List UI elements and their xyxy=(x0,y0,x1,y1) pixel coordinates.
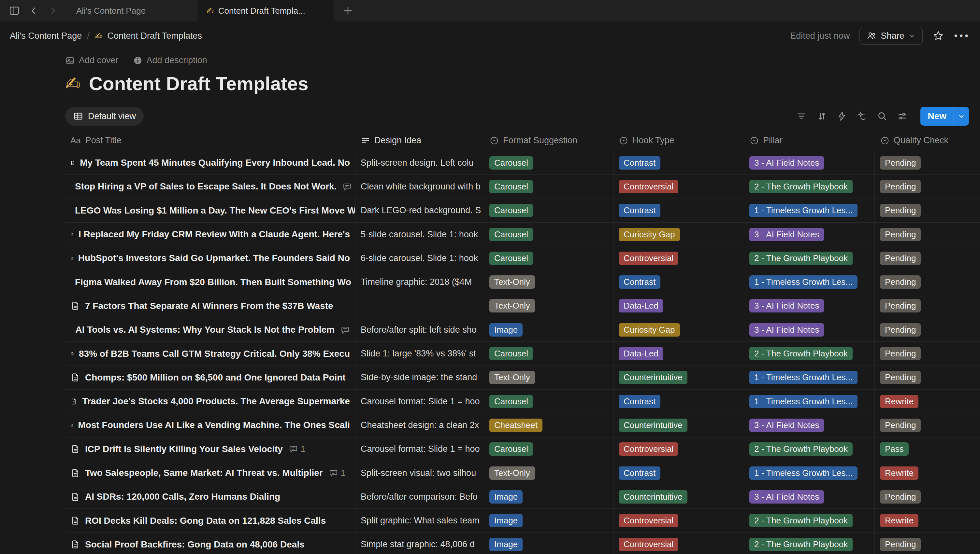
tab-content-draft-templates[interactable]: ✍ Content Draft Templa... xyxy=(197,0,334,21)
cell-design-idea[interactable]: Before/after comparison: Befo xyxy=(356,485,484,508)
table-row[interactable]: Figma Walked Away From $20 Billion. Then… xyxy=(65,270,980,294)
cell-format-suggestion[interactable]: Carousel xyxy=(484,390,613,413)
cell-quality-check[interactable]: Pending xyxy=(875,247,980,270)
back-icon[interactable] xyxy=(29,6,39,16)
column-header-hook-type[interactable]: Hook Type xyxy=(613,135,744,145)
hook-tag[interactable]: Data-Led xyxy=(619,299,663,312)
cell-pillar[interactable]: 3 - AI Field Notes xyxy=(744,294,875,318)
cell-post-title[interactable]: Most Founders Use AI Like a Vending Mach… xyxy=(65,413,356,437)
column-header-design-idea[interactable]: Design Idea xyxy=(356,135,484,145)
cell-hook-type[interactable]: Data-Led xyxy=(613,342,744,365)
add-cover-button[interactable]: Add cover xyxy=(65,55,118,65)
pillar-tag[interactable]: 2 - The Growth Playbook xyxy=(749,514,852,527)
forward-icon[interactable] xyxy=(48,6,58,16)
pillar-tag[interactable]: 3 - AI Field Notes xyxy=(749,323,824,337)
table-row[interactable]: LEGO Was Losing $1 Million a Day. The Ne… xyxy=(65,199,980,223)
cell-quality-check[interactable]: Pending xyxy=(875,175,980,198)
cell-quality-check[interactable]: Pending xyxy=(875,318,980,341)
cell-quality-check[interactable]: Pass xyxy=(875,438,980,461)
quality-tag[interactable]: Pending xyxy=(880,371,921,384)
view-tab-default[interactable]: Default view xyxy=(65,107,144,126)
cell-design-idea[interactable]: Simple stat graphic: 48,006 d xyxy=(356,533,484,554)
cell-quality-check[interactable]: Pending xyxy=(875,199,980,222)
quality-tag[interactable]: Pending xyxy=(880,180,921,193)
format-tag[interactable]: Carousel xyxy=(489,347,533,360)
quality-tag[interactable]: Pending xyxy=(880,275,921,289)
table-row[interactable]: Trader Joe's Stocks 4,000 Products. The … xyxy=(65,390,980,413)
pillar-tag[interactable]: 1 - Timeless Growth Les... xyxy=(749,395,857,408)
cell-quality-check[interactable]: Pending xyxy=(875,485,980,508)
quality-tag[interactable]: Rewrite xyxy=(880,395,918,408)
cell-format-suggestion[interactable]: Text-Only xyxy=(484,366,613,389)
quality-tag[interactable]: Pending xyxy=(880,490,921,503)
cell-quality-check[interactable]: Pending xyxy=(875,151,980,175)
breadcrumb-root[interactable]: Ali's Content Page xyxy=(10,31,82,41)
cell-design-idea[interactable]: Slide 1: large '83% vs 38%' st xyxy=(356,342,484,365)
view-settings-icon[interactable] xyxy=(897,111,908,122)
cell-format-suggestion[interactable]: Carousel xyxy=(484,175,613,198)
pillar-tag[interactable]: 2 - The Growth Playbook xyxy=(749,347,852,360)
table-row[interactable]: My Team Spent 45 Minutes Qualifying Ever… xyxy=(65,151,980,175)
hook-tag[interactable]: Data-Led xyxy=(619,347,663,360)
favorite-star-icon[interactable] xyxy=(932,30,944,41)
cell-pillar[interactable]: 1 - Timeless Growth Les... xyxy=(744,270,875,294)
quality-tag[interactable]: Pending xyxy=(880,252,921,265)
quality-tag[interactable]: Rewrite xyxy=(880,466,918,480)
quality-tag[interactable]: Pending xyxy=(880,299,921,312)
cell-post-title[interactable]: AI Tools vs. AI Systems: Why Your Stack … xyxy=(65,318,356,341)
table-row[interactable]: ICP Drift Is Silently Killing Your Sales… xyxy=(65,438,980,461)
cell-quality-check[interactable]: Rewrite xyxy=(875,509,980,532)
cell-pillar[interactable]: 2 - The Growth Playbook xyxy=(744,342,875,365)
table-row[interactable]: 7 Factors That Separate AI Winners From … xyxy=(65,294,980,318)
pillar-tag[interactable]: 1 - Timeless Growth Les... xyxy=(749,275,857,289)
cell-quality-check[interactable]: Pending xyxy=(875,294,980,318)
hook-tag[interactable]: Controversial xyxy=(619,443,678,456)
comment-badge[interactable] xyxy=(340,325,350,334)
cell-post-title[interactable]: 7 Factors That Separate AI Winners From … xyxy=(65,294,356,318)
pillar-tag[interactable]: 2 - The Growth Playbook xyxy=(749,538,852,551)
cell-hook-type[interactable]: Contrast xyxy=(613,199,744,222)
hook-tag[interactable]: Controversial xyxy=(619,514,678,527)
cell-pillar[interactable]: 2 - The Growth Playbook xyxy=(744,247,875,270)
table-row[interactable]: Two Salespeople, Same Market: AI Threat … xyxy=(65,461,980,485)
cell-hook-type[interactable]: Curiosity Gap xyxy=(613,223,744,246)
page-emoji[interactable]: ✍ xyxy=(65,73,80,94)
format-tag[interactable]: Carousel xyxy=(489,156,533,170)
new-tab-button[interactable] xyxy=(334,0,362,21)
format-tag[interactable]: Carousel xyxy=(489,204,533,217)
hook-tag[interactable]: Contrast xyxy=(619,466,661,480)
add-description-button[interactable]: Add description xyxy=(133,55,207,65)
cell-hook-type[interactable]: Counterintuitive xyxy=(613,413,744,437)
pillar-tag[interactable]: 3 - AI Field Notes xyxy=(749,419,824,432)
cell-format-suggestion[interactable]: Text-Only xyxy=(484,461,613,485)
hook-tag[interactable]: Counterintuitive xyxy=(619,490,688,503)
comment-badge[interactable]: 1 xyxy=(329,468,345,478)
cell-post-title[interactable]: AI SDRs: 120,000 Calls, Zero Humans Dial… xyxy=(65,485,356,508)
cell-post-title[interactable]: LEGO Was Losing $1 Million a Day. The Ne… xyxy=(65,199,356,222)
format-tag[interactable]: Cheatsheet xyxy=(489,419,543,432)
table-row[interactable]: Stop Hiring a VP of Sales to Escape Sale… xyxy=(65,175,980,199)
pillar-tag[interactable]: 2 - The Growth Playbook xyxy=(749,252,852,265)
format-tag[interactable]: Image xyxy=(489,323,523,337)
pillar-tag[interactable]: 2 - The Growth Playbook xyxy=(749,443,852,456)
cell-hook-type[interactable]: Controversial xyxy=(613,533,744,554)
hook-tag[interactable]: Contrast xyxy=(619,156,661,170)
cell-format-suggestion[interactable]: Carousel xyxy=(484,223,613,246)
cell-post-title[interactable]: Social Proof Backfires: Gong Data on 48,… xyxy=(65,533,356,554)
quality-tag[interactable]: Pending xyxy=(880,228,921,241)
cell-post-title[interactable]: HubSpot's Investors Said Go Upmarket. Th… xyxy=(65,247,356,270)
table-row[interactable]: Most Founders Use AI Like a Vending Mach… xyxy=(65,413,980,437)
cell-format-suggestion[interactable]: Carousel xyxy=(484,247,613,270)
format-tag[interactable]: Carousel xyxy=(489,180,533,193)
hook-tag[interactable]: Controversial xyxy=(619,180,678,193)
pillar-tag[interactable]: 1 - Timeless Growth Les... xyxy=(749,371,857,384)
cell-design-idea[interactable]: 6-slide carousel. Slide 1: hook xyxy=(356,247,484,270)
cell-format-suggestion[interactable]: Carousel xyxy=(484,438,613,461)
hook-tag[interactable]: Counterintuitive xyxy=(619,371,688,384)
new-dropdown-button[interactable] xyxy=(954,107,969,126)
cell-hook-type[interactable]: Controversial xyxy=(613,438,744,461)
cell-design-idea[interactable]: Side-by-side image: the stand xyxy=(356,366,484,389)
pillar-tag[interactable]: 3 - AI Field Notes xyxy=(749,228,824,241)
hook-tag[interactable]: Contrast xyxy=(619,204,661,217)
pillar-tag[interactable]: 3 - AI Field Notes xyxy=(749,299,824,312)
